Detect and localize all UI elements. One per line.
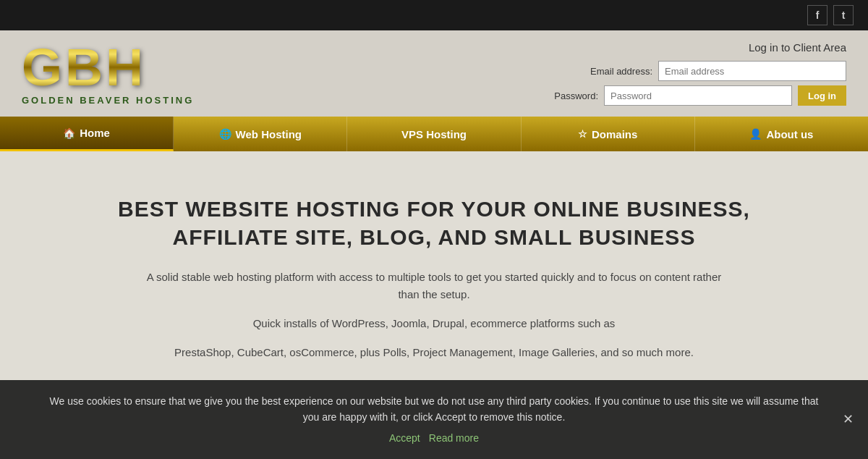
password-input[interactable] [604, 85, 792, 106]
nav-item-web-hosting[interactable]: 🌐 Web Hosting [174, 117, 347, 151]
logo-letter-b: B [65, 41, 103, 93]
cookie-read-more-button[interactable]: Read more [429, 430, 479, 446]
nav-label-domains: Domains [592, 128, 637, 140]
login-button[interactable]: Log in [798, 85, 846, 106]
logo-letter-h: H [106, 41, 143, 93]
hero-title-line2: AFFILIATE SITE, BLOG, AND SMALL BUSINESS [173, 225, 696, 249]
nav-label-web-hosting: Web Hosting [236, 128, 302, 140]
cookie-actions: Accept Read more [43, 430, 825, 446]
password-row: Password: Log in [519, 85, 846, 106]
nav-label-vps-hosting: VPS Hosting [401, 128, 467, 140]
hero-subtitle-2: Quick installs of WordPress, Joomla, Dru… [145, 315, 723, 332]
cookie-accept-button[interactable]: Accept [389, 430, 420, 446]
password-label: Password: [519, 90, 598, 101]
hero-subtitle-3: PrestaShop, CubeCart, osCommerce, plus P… [145, 344, 723, 361]
twitter-icon[interactable]: t [833, 5, 854, 25]
hero-section: BEST WEBSITE HOSTING FOR YOUR ONLINE BUS… [0, 151, 868, 409]
login-area: Log in to Client Area Email address: Pas… [519, 41, 846, 106]
nav-item-about[interactable]: 👤 About us [695, 117, 868, 151]
nav-label-about: About us [766, 128, 813, 140]
top-bar: f t [0, 0, 868, 30]
nav-item-domains[interactable]: ☆ Domains [522, 117, 695, 151]
hero-title: BEST WEBSITE HOSTING FOR YOUR ONLINE BUS… [14, 195, 854, 251]
logo: G B H GOLDEN BEAVER HOSTING [22, 41, 194, 106]
home-icon: 🏠 [63, 127, 75, 139]
logo-letter-g: G [22, 41, 62, 93]
login-title: Log in to Client Area [749, 41, 846, 54]
star-icon: ☆ [578, 128, 587, 140]
nav-item-home[interactable]: 🏠 Home [0, 117, 174, 151]
email-label: Email address: [573, 66, 652, 77]
logo-tagline: GOLDEN BEAVER HOSTING [22, 95, 194, 106]
email-input[interactable] [658, 61, 846, 81]
cookie-message: We use cookies to ensure that we give yo… [43, 393, 825, 426]
cookie-close-button[interactable]: ✕ [843, 411, 854, 427]
person-icon: 👤 [749, 128, 762, 140]
logo-letters: G B H [22, 41, 143, 93]
globe-icon: 🌐 [219, 128, 231, 140]
nav-item-vps-hosting[interactable]: VPS Hosting [347, 117, 521, 151]
hero-subtitle-1: A solid stable web hosting platform with… [145, 269, 723, 303]
navigation: 🏠 Home 🌐 Web Hosting VPS Hosting ☆ Domai… [0, 117, 868, 151]
cookie-banner: We use cookies to ensure that we give yo… [0, 380, 868, 459]
email-row: Email address: [573, 61, 846, 81]
header: G B H GOLDEN BEAVER HOSTING Log in to Cl… [0, 30, 868, 117]
nav-label-home: Home [80, 127, 110, 139]
facebook-icon[interactable]: f [807, 5, 827, 25]
hero-title-line1: BEST WEBSITE HOSTING FOR YOUR ONLINE BUS… [118, 197, 750, 221]
